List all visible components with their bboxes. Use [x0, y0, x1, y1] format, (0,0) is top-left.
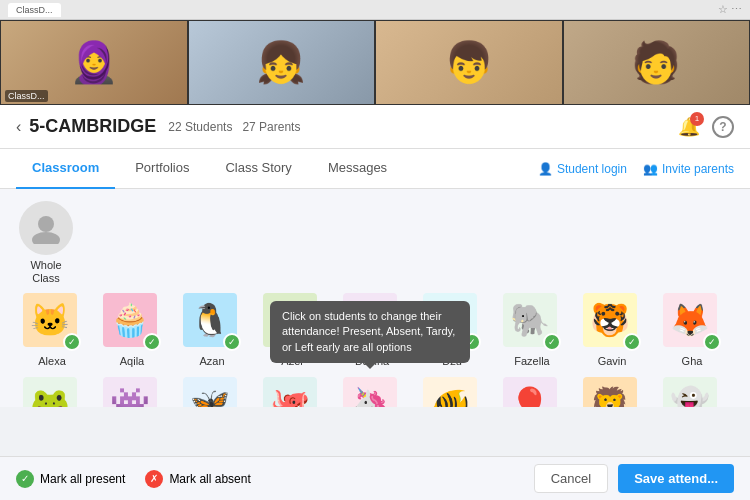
video-tile-3: 👦 [375, 20, 563, 105]
video-tile-1: 🧕 ClassD... [0, 20, 188, 105]
video-person-4: 🧑 [564, 21, 750, 104]
tab-messages[interactable]: Messages [312, 149, 403, 189]
class-title: 5-CAMBRIDGE [29, 116, 156, 137]
svg-point-1 [32, 232, 60, 244]
invite-parents-icon: 👥 [643, 162, 658, 176]
student-item[interactable]: 🦊✓Gha [656, 293, 728, 368]
student-monster: 🐠 [423, 377, 477, 407]
student-item[interactable]: 🐧✓Azan [176, 293, 248, 368]
student-item[interactable]: 🐯✓Gavin [576, 293, 648, 368]
student-item[interactable]: 🦁✓Rafa [576, 377, 648, 407]
student-status-badge: ✓ [223, 333, 241, 351]
notification-bell[interactable]: 🔔 1 [678, 116, 700, 138]
student-item[interactable]: 👻✓Rasya [656, 377, 728, 407]
video-label-1: ClassD... [5, 90, 48, 102]
student-item[interactable]: 🐘✓Fazella [496, 293, 568, 368]
save-button[interactable]: Save attend... [618, 464, 734, 493]
cancel-button[interactable]: Cancel [534, 464, 608, 493]
student-avatar-wrap: 🐧✓ [183, 293, 241, 351]
student-item[interactable]: 🎈✓Radithya [496, 377, 568, 407]
video-tile-4: 🧑 [563, 20, 751, 105]
app-header: ‹ 5-CAMBRIDGE 22 Students 27 Parents 🔔 1… [0, 105, 750, 149]
mark-all-absent-button[interactable]: ✗ Mark all absent [145, 470, 250, 488]
student-monster: 🐸 [23, 377, 77, 407]
browser-chrome: ClassD... ☆ ⋯ [0, 0, 750, 20]
tab-portfolios[interactable]: Portfolios [119, 149, 205, 189]
browser-icons: ☆ ⋯ [718, 3, 742, 16]
student-avatar-wrap: 👻✓ [663, 377, 721, 407]
student-status-badge: ✓ [543, 333, 561, 351]
svg-point-0 [38, 216, 54, 232]
video-tile-2: 👧 [188, 20, 376, 105]
notification-badge: 1 [690, 112, 704, 126]
student-avatar-wrap: 🧁✓ [103, 293, 161, 351]
invite-parents-button[interactable]: 👥 Invite parents [643, 162, 734, 176]
header-right: 🔔 1 ? [678, 116, 734, 138]
student-avatar-wrap: 🐙✓ [263, 377, 321, 407]
student-item[interactable]: 🦄✓Nafisha [336, 377, 408, 407]
student-item[interactable]: 🦋✓Muhammad A [176, 377, 248, 407]
student-avatar-wrap: 🦋✓ [183, 377, 241, 407]
nav-tabs: Classroom Portfolios Class Story Message… [0, 149, 750, 189]
back-arrow-icon[interactable]: ‹ [16, 118, 21, 136]
student-status-badge: ✓ [63, 333, 81, 351]
student-avatar-wrap: 🦁✓ [583, 377, 641, 407]
browser-tab[interactable]: ClassD... [8, 3, 61, 17]
video-person-3: 👦 [376, 21, 562, 104]
video-bar: 🧕 ClassD... 👧 👦 🧑 [0, 20, 750, 105]
student-item[interactable]: 🐙✓Muhammad F [256, 377, 328, 407]
tab-classroom[interactable]: Classroom [16, 149, 115, 189]
student-name: Aqila [120, 355, 144, 368]
bottom-right-actions: Cancel Save attend... [534, 464, 734, 493]
student-avatar-wrap: 🐯✓ [583, 293, 641, 351]
student-avatar-wrap: 🎈✓ [503, 377, 561, 407]
student-avatar-wrap: 🦄✓ [343, 377, 401, 407]
nav-right-actions: 👤 Student login 👥 Invite parents [538, 162, 734, 176]
student-avatar-wrap: 🐸✓ [23, 377, 81, 407]
student-name: Gha [682, 355, 703, 368]
student-avatar-wrap: 🐘✓ [503, 293, 561, 351]
parent-count: 27 Parents [242, 120, 300, 134]
student-monster: 🦁 [583, 377, 637, 407]
tab-class-story[interactable]: Class Story [209, 149, 307, 189]
help-button[interactable]: ? [712, 116, 734, 138]
student-status-badge: ✓ [703, 333, 721, 351]
bottom-bar: ✓ Mark all present ✗ Mark all absent Can… [0, 456, 750, 500]
student-monster: 🦄 [343, 377, 397, 407]
whole-class-item[interactable]: WholeClass [16, 201, 76, 285]
video-person-2: 👧 [189, 21, 375, 104]
student-monster: 🎈 [503, 377, 557, 407]
student-count: 22 Students [168, 120, 232, 134]
student-login-button[interactable]: 👤 Student login [538, 162, 627, 176]
student-avatar-wrap: 🐱✓ [23, 293, 81, 351]
present-icon: ✓ [16, 470, 34, 488]
student-item[interactable]: 🐠✓Queena [416, 377, 488, 407]
student-name: Azan [199, 355, 224, 368]
absent-icon: ✗ [145, 470, 163, 488]
student-monster: 👻 [663, 377, 717, 407]
student-monster: 🦋 [183, 377, 237, 407]
student-name: Fazella [514, 355, 549, 368]
student-monster: 👾 [103, 377, 157, 407]
whole-class-avatar [19, 201, 73, 255]
student-status-badge: ✓ [143, 333, 161, 351]
whole-class-label: WholeClass [30, 259, 61, 285]
student-monster: 🐙 [263, 377, 317, 407]
student-name: Alexa [38, 355, 66, 368]
student-avatar-wrap: 🐠✓ [423, 377, 481, 407]
student-name: Gavin [598, 355, 627, 368]
attendance-tooltip: Click on students to change their attend… [270, 301, 470, 363]
main-content: WholeClass 🐱✓Alexa🧁✓Aqila🐧✓Azan🦕✓Azel🎂✓D… [0, 189, 750, 407]
mark-all-present-button[interactable]: ✓ Mark all present [16, 470, 125, 488]
student-item[interactable]: 🐱✓Alexa [16, 293, 88, 368]
student-status-badge: ✓ [623, 333, 641, 351]
student-item[interactable]: 🧁✓Aqila [96, 293, 168, 368]
student-item[interactable]: 👾✓Keianna [96, 377, 168, 407]
student-login-icon: 👤 [538, 162, 553, 176]
student-avatar-wrap: 🦊✓ [663, 293, 721, 351]
student-item[interactable]: 🐸✓Jezaklyn [16, 377, 88, 407]
student-avatar-wrap: 👾✓ [103, 377, 161, 407]
